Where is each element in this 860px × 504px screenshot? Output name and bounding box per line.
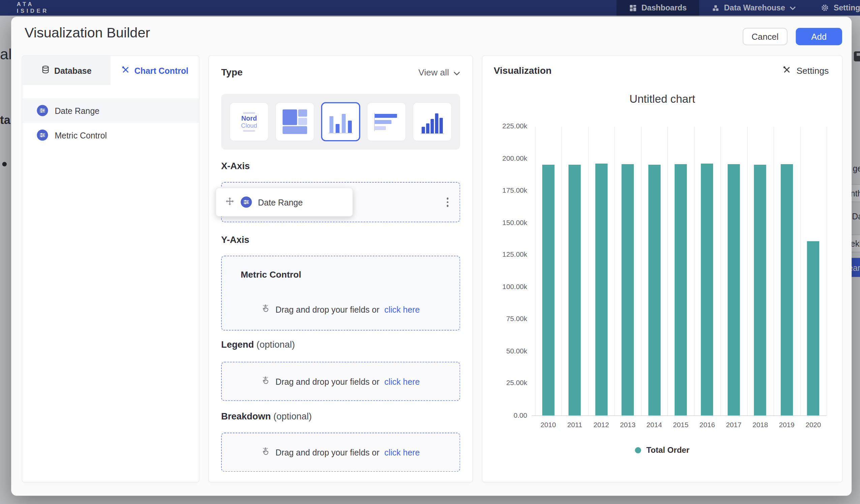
gridline [720, 127, 721, 416]
dropzone-text: Drag and drop your fields or [276, 305, 379, 314]
x-axis-dropzone[interactable]: Date Range [221, 182, 460, 222]
bar-2013[interactable] [622, 164, 634, 416]
bar-2010[interactable] [542, 164, 554, 416]
word-cloud-word: Cloud [241, 123, 257, 129]
chevron-down-icon [454, 68, 460, 78]
gridline [588, 127, 589, 416]
treemap-thumbnail [283, 110, 307, 134]
x-axis-tick-label: 2017 [720, 421, 747, 429]
click-here-link[interactable]: click here [385, 305, 420, 314]
word-cloud-filler [243, 112, 255, 114]
gridline [535, 127, 536, 416]
add-button[interactable]: Add [796, 28, 842, 45]
tab-chart-control[interactable]: Chart Control [111, 56, 199, 85]
x-axis-tick-label: 2013 [614, 421, 641, 429]
x-axis-tick-label: 2019 [773, 421, 800, 429]
breakdown-dropzone[interactable]: Drag and drop your fields or click here [221, 433, 460, 472]
bar-2019[interactable] [780, 164, 793, 416]
y-axis-tick-label: 125.00k [483, 251, 527, 258]
x-axis-tick-label: 2018 [747, 421, 774, 429]
chart-area: Untitled chart Total Order 0.0025.00k50.… [483, 56, 842, 482]
y-axis-tick-label: 175.00k [483, 187, 527, 195]
x-axis-heading: X-Axis [221, 161, 250, 171]
bar-2020[interactable] [807, 241, 819, 416]
y-axis-heading: Y-Axis [221, 234, 249, 245]
word-cloud-word: Nord [241, 115, 257, 121]
drag-hand-icon [261, 304, 271, 315]
gridline [827, 127, 827, 416]
chart-legend[interactable]: Total Order [483, 445, 842, 455]
chart-type-bar-chart[interactable] [367, 102, 406, 141]
histogram-thumbnail [420, 110, 444, 134]
y-axis-tick-label: 50.00k [483, 347, 527, 355]
x-axis-tick-label: 2016 [694, 421, 720, 429]
y-axis-dropzone[interactable]: Metric Control Drag and drop your fields… [221, 256, 460, 331]
y-axis-tick-label: 100.00k [483, 283, 527, 291]
modal-actions: Cancel Add [743, 28, 842, 45]
legend-dropzone[interactable]: Drag and drop your fields or click here [221, 362, 460, 401]
gridline [561, 127, 562, 416]
date-range-chip[interactable]: Date Range [216, 188, 353, 217]
y-axis-tick-label: 200.00k [483, 154, 527, 162]
y-axis-group-label: Metric Control [241, 270, 301, 279]
visualization-builder-modal: Visualization Builder Cancel Add Databas… [11, 17, 851, 496]
more-options-icon[interactable] [444, 196, 450, 209]
chart-type-column-chart[interactable] [321, 102, 360, 141]
chart-type-word-cloud[interactable]: Nord Cloud [229, 102, 269, 141]
chart-type-treemap[interactable] [275, 102, 314, 141]
bar-2011[interactable] [569, 165, 580, 416]
field-item-metric-control[interactable]: Metric Control [22, 123, 199, 147]
chart-type-histogram[interactable] [413, 102, 452, 141]
column-chart-thumbnail [328, 110, 353, 133]
y-axis-tick-label: 0.00 [483, 411, 527, 419]
gridline [641, 127, 642, 416]
gridline [800, 127, 801, 416]
tab-label: Chart Control [134, 66, 188, 75]
x-axis-tick-label: 2014 [641, 421, 668, 429]
screen: ATA ISIDER Dashboards Data Warehouse Set… [0, 0, 860, 504]
breakdown-heading: Breakdown (optional) [221, 411, 312, 421]
bar-2014[interactable] [648, 165, 660, 416]
bar-2012[interactable] [595, 164, 607, 416]
y-axis-tick-label: 150.00k [483, 219, 527, 226]
control-field-icon [241, 197, 252, 207]
bar-2018[interactable] [754, 165, 766, 416]
x-axis-tick-label: 2015 [668, 421, 694, 429]
chart-type-list: Nord Cloud [221, 93, 460, 149]
y-axis-tick-label: 225.00k [483, 122, 527, 130]
field-label: Date Range [55, 106, 99, 115]
move-icon [225, 196, 234, 208]
builder-panel: Type View all Nord Cloud [209, 56, 472, 482]
gridline [668, 127, 668, 416]
visualization-panel: Visualization Settings Untitled chart To… [483, 56, 842, 482]
dropzone-text: Drag and drop your fields or [276, 377, 379, 386]
click-here-link[interactable]: click here [385, 447, 420, 457]
cancel-button[interactable]: Cancel [743, 28, 788, 45]
tab-database[interactable]: Database [22, 56, 111, 85]
field-list: Date Range Metric Control [22, 98, 199, 147]
gridline [773, 127, 774, 416]
click-here-link[interactable]: click here [385, 377, 420, 386]
view-all-dropdown[interactable]: View all [418, 68, 460, 78]
control-field-icon [37, 105, 48, 116]
x-axis-tick-label: 2011 [561, 421, 588, 429]
bar-chart-thumbnail [374, 113, 399, 131]
fields-panel: Database Chart Control Date Range Metric… [22, 56, 199, 482]
field-item-date-range[interactable]: Date Range [22, 98, 199, 123]
legend-label: Total Order [646, 445, 689, 455]
bar-2017[interactable] [728, 164, 740, 416]
legend-heading: Legend (optional) [221, 340, 295, 350]
database-icon [41, 66, 50, 75]
bar-2016[interactable] [701, 164, 713, 416]
x-axis-tick-label: 2020 [800, 421, 827, 429]
gridline [614, 127, 615, 416]
gridline [694, 127, 694, 416]
chip-label: Date Range [258, 198, 303, 207]
x-axis-tick-label: 2010 [535, 421, 562, 429]
x-axis-tick-label: 2012 [588, 421, 615, 429]
word-cloud-filler [243, 130, 255, 131]
y-axis-tick-label: 75.00k [483, 315, 527, 323]
drag-hand-icon [261, 376, 271, 386]
fields-tabs: Database Chart Control [22, 56, 199, 85]
bar-2015[interactable] [675, 164, 687, 416]
